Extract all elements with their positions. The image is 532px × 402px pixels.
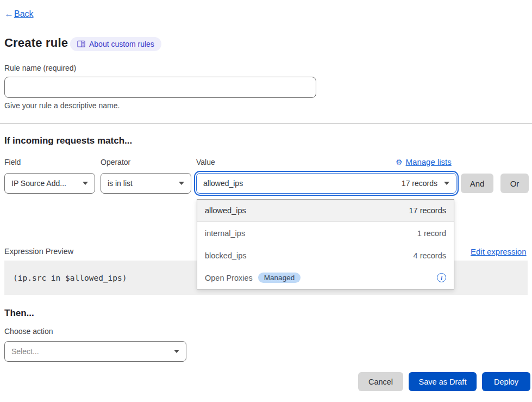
operator-label: Operator bbox=[101, 158, 130, 166]
save-as-draft-button[interactable]: Save as Draft bbox=[409, 372, 477, 391]
edit-expression-link[interactable]: Edit expression bbox=[471, 247, 527, 256]
list-option-name: Open Proxies bbox=[205, 274, 253, 282]
manage-lists-label: Manage lists bbox=[406, 157, 452, 166]
book-icon bbox=[77, 40, 85, 48]
then-section-heading: Then... bbox=[4, 308, 34, 319]
page-title: Create rule bbox=[4, 36, 68, 50]
field-select-value: IP Source Add... bbox=[11, 179, 77, 188]
match-section-heading: If incoming requests match... bbox=[4, 135, 132, 146]
value-select-record-count: 17 records bbox=[402, 179, 439, 188]
list-option-name: internal_ips bbox=[205, 229, 245, 238]
list-option-name: allowed_ips bbox=[205, 206, 246, 215]
rule-name-input[interactable] bbox=[4, 77, 316, 98]
gear-icon: ⚙ bbox=[396, 158, 403, 166]
and-button[interactable]: And bbox=[461, 174, 493, 193]
list-option-allowed-ips[interactable]: allowed_ips 17 records bbox=[197, 200, 454, 222]
expression-code: (ip.src in $allowed_ips) bbox=[4, 274, 127, 282]
chevron-down-icon bbox=[174, 350, 179, 353]
rule-name-label: Rule name (required) bbox=[4, 64, 76, 72]
chevron-down-icon bbox=[83, 182, 88, 185]
list-option-name: blocked_ips bbox=[205, 251, 247, 260]
value-select-value: allowed_ips bbox=[203, 179, 243, 188]
lists-dropdown: allowed_ips 17 records internal_ips 1 re… bbox=[197, 199, 454, 289]
back-arrow-icon: ← bbox=[4, 9, 14, 20]
manage-lists-link[interactable]: ⚙ Manage lists bbox=[396, 157, 452, 166]
rule-name-help-text: Give your rule a descriptive name. bbox=[4, 101, 120, 110]
field-select[interactable]: IP Source Add... bbox=[4, 173, 95, 194]
list-option-record-count: 17 records bbox=[409, 206, 446, 215]
create-rule-page: ←Back Create rule About custom rules Rul… bbox=[0, 0, 532, 402]
deploy-button[interactable]: Deploy bbox=[482, 372, 530, 391]
section-divider bbox=[0, 123, 532, 124]
list-option-blocked-ips[interactable]: blocked_ips 4 records bbox=[197, 244, 454, 267]
expression-preview-label: Expression Preview bbox=[4, 247, 73, 256]
value-label: Value bbox=[196, 158, 215, 166]
field-label: Field bbox=[4, 158, 21, 166]
chevron-down-icon bbox=[444, 182, 449, 185]
operator-select[interactable]: is in list bbox=[101, 173, 191, 194]
back-link-label: Back bbox=[14, 9, 34, 19]
action-select-placeholder: Select... bbox=[11, 347, 168, 356]
list-option-internal-ips[interactable]: internal_ips 1 record bbox=[197, 222, 454, 244]
chevron-down-icon bbox=[179, 182, 184, 185]
back-link[interactable]: ←Back bbox=[4, 9, 34, 20]
operator-select-value: is in list bbox=[108, 179, 173, 188]
cancel-button[interactable]: Cancel bbox=[358, 372, 403, 391]
list-option-open-proxies[interactable]: Open Proxies Managed i bbox=[197, 267, 454, 289]
managed-badge: Managed bbox=[258, 273, 301, 283]
action-select[interactable]: Select... bbox=[4, 341, 186, 362]
list-option-record-count: 1 record bbox=[417, 229, 446, 238]
info-icon[interactable]: i bbox=[437, 273, 446, 282]
about-custom-rules-link[interactable]: About custom rules bbox=[70, 37, 161, 51]
about-custom-rules-label: About custom rules bbox=[89, 40, 154, 48]
choose-action-label: Choose action bbox=[4, 327, 53, 336]
list-option-record-count: 4 records bbox=[414, 251, 446, 260]
value-select[interactable]: allowed_ips 17 records bbox=[196, 173, 456, 194]
or-button[interactable]: Or bbox=[500, 174, 529, 193]
